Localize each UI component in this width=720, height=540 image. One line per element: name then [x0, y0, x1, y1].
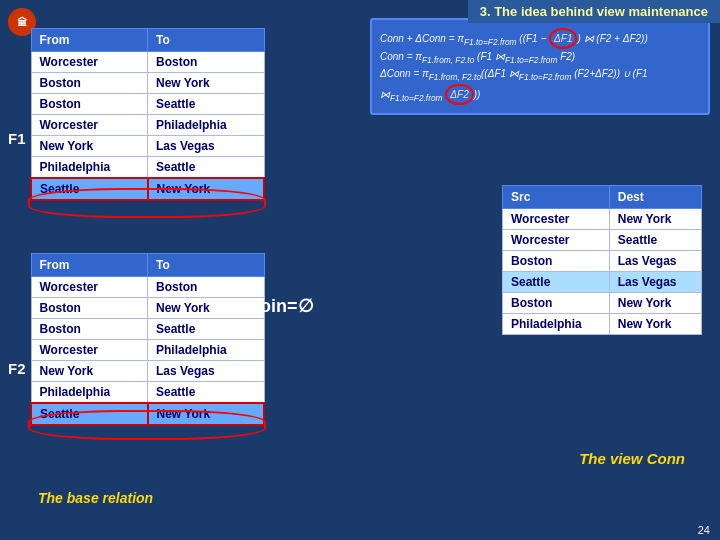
cell-from: Boston [31, 298, 148, 319]
cell-from: Worcester [31, 52, 148, 73]
cell-from: Philadelphia [31, 157, 148, 179]
table-row: WorcesterSeattle [503, 230, 702, 251]
cell-dest: New York [609, 293, 701, 314]
table-row: PhiladelphiaSeattle [31, 382, 264, 404]
cell-from: Boston [31, 94, 148, 115]
logo-icon: 🏛 [17, 17, 27, 28]
cell-from: Worcester [31, 277, 148, 298]
table-row: WorcesterPhiladelphia [31, 115, 264, 136]
cell-src: Seattle [503, 272, 610, 293]
cell-to: Seattle [148, 94, 265, 115]
table-row: SeattleNew York [31, 403, 264, 425]
table-row: New YorkLas Vegas [31, 361, 264, 382]
formula-box: Conn + ΔConn = πF1.to=F2.from ((F1 − ΔF1… [370, 18, 710, 115]
cell-dest: New York [609, 209, 701, 230]
cell-from: Seattle [31, 178, 148, 200]
cell-dest: Las Vegas [609, 272, 701, 293]
formula-line3: ΔConn = πF1.from, F2.to((ΔF1 ⋈F1.to=F2.f… [380, 66, 700, 104]
cell-dest: New York [609, 314, 701, 335]
table-row: WorcesterBoston [31, 277, 264, 298]
cell-to: New York [148, 73, 265, 94]
cell-to: New York [148, 178, 265, 200]
f1-col-to: To [148, 29, 265, 52]
cell-src: Boston [503, 251, 610, 272]
table-conn: Src Dest WorcesterNew YorkWorcesterSeatt… [502, 185, 702, 335]
cell-from: Worcester [31, 115, 148, 136]
f2-label: F2 [8, 360, 26, 377]
cell-src: Worcester [503, 230, 610, 251]
cell-src: Philadelphia [503, 314, 610, 335]
cell-to: Seattle [148, 157, 265, 179]
conn-col-dest: Dest [609, 186, 701, 209]
view-conn-label: The view Conn [579, 450, 685, 467]
page-number: 24 [698, 524, 710, 536]
cell-to: New York [148, 403, 265, 425]
table-row: SeattleNew York [31, 178, 264, 200]
table-row: BostonNew York [31, 73, 264, 94]
join-symbol: Join=∅ [250, 295, 314, 317]
base-relation-label: The base relation [38, 490, 153, 506]
formula-line1: Conn + ΔConn = πF1.to=F2.from ((F1 − ΔF1… [380, 28, 700, 49]
table-row: BostonNew York [503, 293, 702, 314]
cell-to: Philadelphia [148, 115, 265, 136]
cell-to: Seattle [148, 319, 265, 340]
table-row: BostonSeattle [31, 319, 264, 340]
table-row: WorcesterPhiladelphia [31, 340, 264, 361]
cell-from: Worcester [31, 340, 148, 361]
cell-to: New York [148, 298, 265, 319]
table-row: BostonNew York [31, 298, 264, 319]
cell-from: Philadelphia [31, 382, 148, 404]
cell-from: Boston [31, 319, 148, 340]
cell-dest: Las Vegas [609, 251, 701, 272]
cell-from: New York [31, 361, 148, 382]
f1-label: F1 [8, 130, 26, 147]
cell-to: Seattle [148, 382, 265, 404]
table-row: New YorkLas Vegas [31, 136, 264, 157]
formula-line2: Conn = πF1.from, F2.to (F1 ⋈F1.to=F2.fro… [380, 49, 700, 66]
f1-col-from: From [31, 29, 148, 52]
cell-from: Seattle [31, 403, 148, 425]
cell-to: Las Vegas [148, 361, 265, 382]
table-row: BostonSeattle [31, 94, 264, 115]
table-f2: From To WorcesterBostonBostonNew YorkBos… [30, 253, 265, 426]
conn-col-src: Src [503, 186, 610, 209]
f2-col-from: From [31, 254, 148, 277]
cell-dest: Seattle [609, 230, 701, 251]
cell-from: Boston [31, 73, 148, 94]
table-row: BostonLas Vegas [503, 251, 702, 272]
table-row: PhiladelphiaSeattle [31, 157, 264, 179]
slide-title: 3. The idea behind view maintenance [468, 0, 720, 23]
f2-col-to: To [148, 254, 265, 277]
cell-to: Philadelphia [148, 340, 265, 361]
cell-to: Boston [148, 52, 265, 73]
table-row: PhiladelphiaNew York [503, 314, 702, 335]
cell-from: New York [31, 136, 148, 157]
table-f1: From To WorcesterBostonBostonNew YorkBos… [30, 28, 265, 201]
cell-src: Worcester [503, 209, 610, 230]
cell-src: Boston [503, 293, 610, 314]
table-row: WorcesterBoston [31, 52, 264, 73]
table-row: WorcesterNew York [503, 209, 702, 230]
table-row: SeattleLas Vegas [503, 272, 702, 293]
cell-to: Las Vegas [148, 136, 265, 157]
cell-to: Boston [148, 277, 265, 298]
